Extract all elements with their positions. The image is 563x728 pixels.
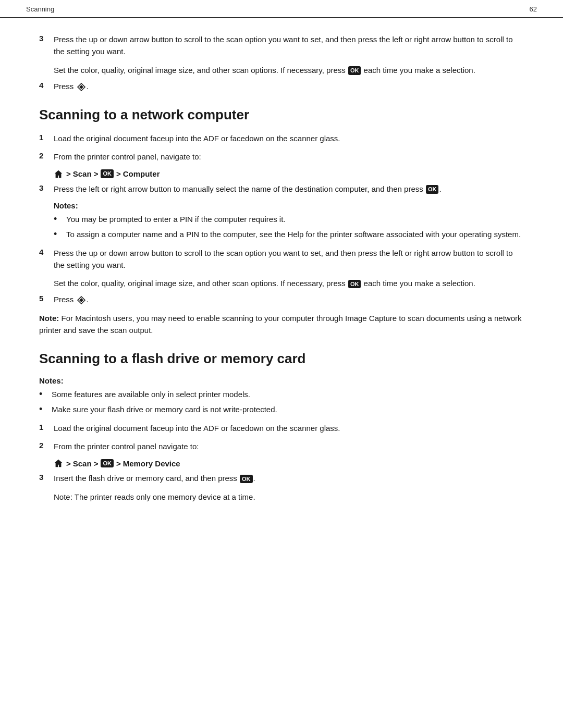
s2-step3-note-label: Note: [54, 492, 72, 501]
item-3-sub-paragraph: Set the color, quality, original image s… [54, 64, 524, 76]
section1-nav-path: > Scan > OK > Computer [54, 169, 524, 179]
s1-step4-sub-text2: each time you make a selection. [364, 279, 475, 288]
item-3-content: Press the up or down arrow button to scr… [54, 33, 524, 58]
section2-notes-title: Notes: [39, 376, 524, 385]
s2-nav-gt1: > [66, 459, 71, 468]
section2-step2: 2 From the printer control panel navigat… [39, 440, 524, 452]
nav-ok-icon-1: OK [101, 169, 114, 178]
section1-notes-list: • You may be prompted to enter a PIN if … [54, 213, 524, 241]
section2-notes: Notes: • Some features are available onl… [39, 376, 524, 416]
home-icon-s2 [54, 459, 63, 468]
s1-step1-number: 1 [39, 132, 54, 142]
section1-note-label: Note: [39, 314, 59, 323]
section2-notes-list: • Some features are available only in se… [39, 388, 524, 416]
section1-notes: Notes: • You may be prompted to enter a … [54, 201, 524, 241]
s2-nav-gt3: > [116, 459, 121, 468]
item-4-content: Press . [54, 80, 524, 92]
item-4-prefix: Press [54, 82, 74, 91]
item-3-sub-text: Set the color, quality, original image s… [54, 66, 346, 75]
intro-item-3: 3 Press the up or down arrow button to s… [39, 33, 524, 58]
s1-step4-sub-text: Set the color, quality, original image s… [54, 279, 346, 288]
section1-note-inline: Note: For Macintosh users, you may need … [39, 312, 524, 337]
section1-note-1-text: You may be prompted to enter a PIN if th… [66, 213, 286, 225]
section2-nav-path: > Scan > OK > Memory Device [54, 459, 524, 468]
header-page-number: 62 [530, 5, 537, 13]
s1-step4-content: Press the up or down arrow button to scr… [54, 247, 524, 272]
s1-step1-content: Load the original document faceup into t… [54, 132, 524, 144]
s2-step1-number: 1 [39, 422, 54, 431]
ok-icon-s2-s3: OK [240, 475, 253, 483]
s1-step2-content: From the printer control panel, navigate… [54, 151, 524, 163]
content-area: 3 Press the up or down arrow button to s… [0, 28, 563, 528]
ok-icon-s1-s4: OK [348, 280, 361, 288]
section1-note-2-text: To assign a computer name and a PIN to t… [66, 228, 521, 240]
s2-step3-number: 3 [39, 472, 54, 482]
item-number-4: 4 [39, 80, 54, 90]
nav-gt1: > [66, 169, 71, 178]
section2-note-2-text: Make sure your flash drive or memory car… [52, 403, 277, 415]
intro-item-4: 4 Press . [39, 80, 524, 92]
start-icon [77, 82, 86, 92]
s1-step3-content: Press the left or right arrow button to … [54, 183, 524, 195]
s2-step3-note-text: The printer reads only one memory device… [75, 492, 255, 501]
item-3-sub-text2: each time you make a selection. [364, 66, 475, 75]
home-icon [54, 169, 63, 179]
section2-note-1: • Some features are available only in se… [39, 388, 524, 400]
s1-step3-number: 3 [39, 183, 54, 192]
section2-step3: 3 Insert the flash drive or memory card,… [39, 472, 524, 484]
s1-step2-number: 2 [39, 151, 54, 160]
nav-ok-icon-2: OK [101, 459, 114, 467]
section1-note-1: • You may be prompted to enter a PIN if … [54, 213, 524, 225]
section1-step3: 3 Press the left or right arrow button t… [39, 183, 524, 195]
section1-step5: 5 Press . [39, 293, 524, 305]
ok-icon-s1-s3: OK [426, 185, 439, 193]
section1-step1: 1 Load the original document faceup into… [39, 132, 524, 144]
s2-step3-prefix: Insert the flash drive or memory card, a… [54, 474, 237, 483]
s2-step2-content: From the printer control panel navigate … [54, 440, 524, 452]
page-container: Scanning 62 3 Press the up or down arrow… [0, 0, 563, 728]
section1-step2: 2 From the printer control panel, naviga… [39, 151, 524, 163]
section1-note-text: For Macintosh users, you may need to ena… [39, 314, 522, 335]
section1-note-2: • To assign a computer name and a PIN to… [54, 228, 524, 240]
nav-scan-1: Scan [73, 169, 92, 178]
section2-step3-note: Note: The printer reads only one memory … [54, 491, 524, 503]
page-header: Scanning 62 [0, 0, 563, 18]
section2-step1: 1 Load the original document faceup into… [39, 422, 524, 434]
svg-marker-1 [79, 85, 83, 89]
s2-step3-suffix: . [253, 474, 255, 483]
nav-computer: Computer [123, 169, 160, 178]
bullet-dot-s2-1: • [39, 388, 50, 400]
section2-note-1-text: Some features are available only in sele… [52, 388, 250, 400]
nav-gt2: > [94, 169, 99, 178]
item-number-3: 3 [39, 33, 54, 43]
s1-step3-prefix: Press the left or right arrow button to … [54, 184, 423, 193]
ok-icon-inline: OK [348, 66, 361, 75]
section1-notes-title: Notes: [54, 201, 524, 210]
header-section-title: Scanning [26, 5, 54, 13]
s1-step4-sub: Set the color, quality, original image s… [54, 277, 524, 289]
s2-nav-gt2: > [94, 459, 99, 468]
s1-step3-suffix: . [439, 184, 441, 193]
s1-step5-content: Press . [54, 293, 524, 305]
bullet-dot-1: • [54, 213, 64, 225]
s2-step1-content: Load the original document faceup into t… [54, 422, 524, 434]
s1-step4-number: 4 [39, 247, 54, 256]
section1-step4: 4 Press the up or down arrow button to s… [39, 247, 524, 272]
s2-nav-scan: Scan [73, 459, 92, 468]
s1-step5-prefix: Press [54, 295, 74, 304]
bullet-dot-s2-2: • [39, 403, 50, 415]
s2-step3-content: Insert the flash drive or memory card, a… [54, 472, 524, 484]
section2-note-2: • Make sure your flash drive or memory c… [39, 403, 524, 415]
section2-heading: Scanning to a flash drive or memory card [39, 351, 524, 367]
s2-nav-memory: Memory Device [123, 459, 180, 468]
bullet-dot-2: • [54, 228, 64, 240]
start-icon-s1 [77, 295, 86, 305]
svg-marker-3 [79, 298, 83, 302]
s2-step2-number: 2 [39, 440, 54, 450]
section1-heading: Scanning to a network computer [39, 107, 524, 123]
s1-step5-number: 5 [39, 293, 54, 303]
nav-gt3: > [116, 169, 121, 178]
